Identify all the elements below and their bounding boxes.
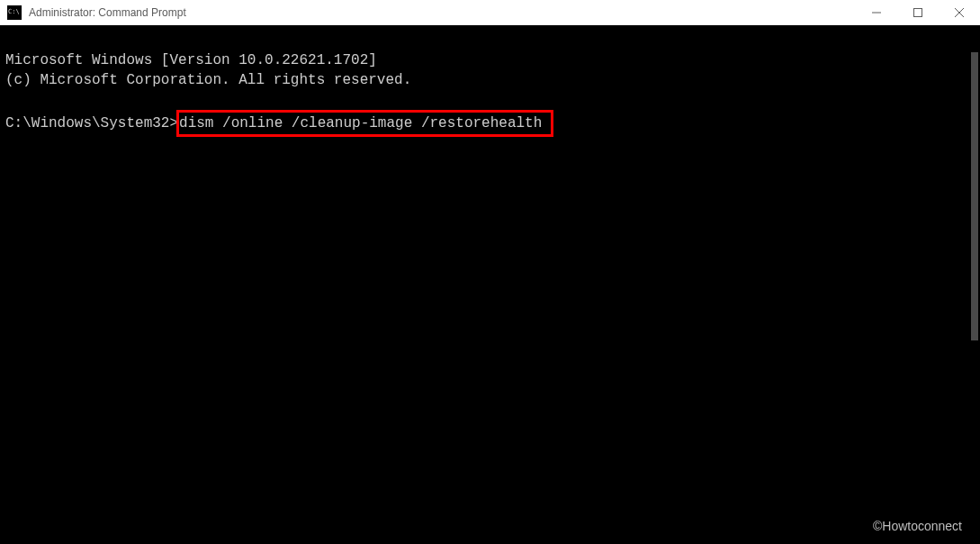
minimize-button[interactable] — [856, 0, 897, 25]
terminal-content: Microsoft Windows [Version 10.0.22621.17… — [5, 31, 980, 177]
close-icon — [955, 8, 964, 17]
window-title: Administrator: Command Prompt — [29, 6, 856, 19]
cmd-icon — [7, 5, 22, 20]
window-controls — [856, 0, 980, 25]
svg-rect-1 — [914, 9, 922, 17]
command-text: dism /online /cleanup-image /restoreheal… — [179, 115, 542, 131]
command-highlight-box: dism /online /cleanup-image /restoreheal… — [176, 110, 553, 137]
prompt-line: C:\Windows\System32>dism /online /cleanu… — [5, 110, 980, 137]
vertical-scrollbar[interactable] — [971, 52, 978, 340]
terminal-area[interactable]: Microsoft Windows [Version 10.0.22621.17… — [0, 25, 980, 544]
maximize-button[interactable] — [897, 0, 939, 25]
watermark-text: ©Howtoconnect — [873, 519, 962, 533]
command-prompt-window: Administrator: Command Prompt Microsoft … — [0, 0, 980, 544]
maximize-icon — [913, 8, 922, 17]
close-button[interactable] — [939, 0, 980, 25]
prompt-path: C:\Windows\System32> — [5, 113, 178, 133]
terminal-line-version: Microsoft Windows [Version 10.0.22621.17… — [5, 52, 377, 68]
minimize-icon — [872, 8, 881, 17]
titlebar[interactable]: Administrator: Command Prompt — [0, 0, 980, 26]
terminal-line-copyright: (c) Microsoft Corporation. All rights re… — [5, 72, 411, 88]
